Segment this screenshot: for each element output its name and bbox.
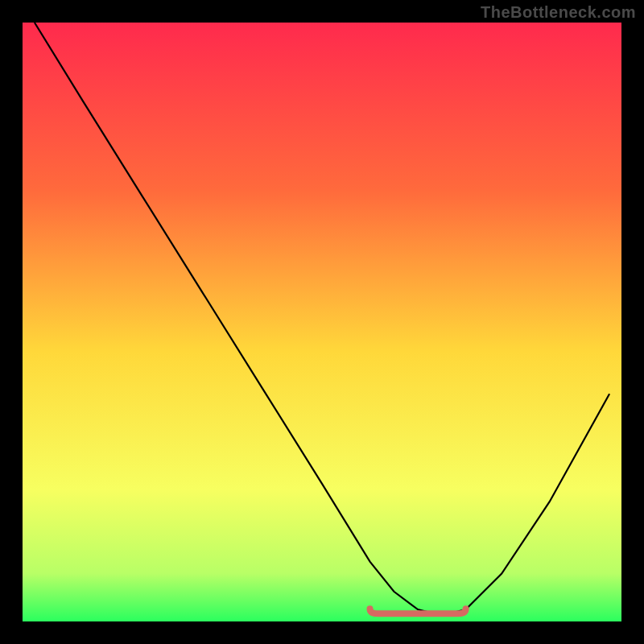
watermark-text: TheBottleneck.com [481, 3, 636, 22]
chart-svg [23, 23, 621, 621]
plot-area [23, 23, 621, 621]
gradient-background [23, 23, 621, 621]
chart-frame: TheBottleneck.com [0, 0, 644, 644]
